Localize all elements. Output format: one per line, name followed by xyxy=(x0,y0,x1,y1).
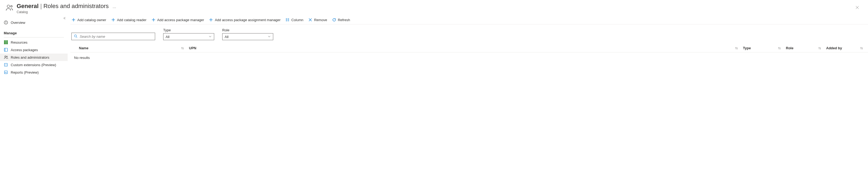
svg-rect-10 xyxy=(7,42,8,43)
svg-rect-7 xyxy=(7,40,8,41)
button-label: Add catalog reader xyxy=(117,18,147,22)
info-icon xyxy=(4,21,8,25)
refresh-button[interactable]: Refresh xyxy=(332,18,350,22)
button-label: Add access package manager xyxy=(157,18,204,22)
remove-button[interactable]: Remove xyxy=(308,18,327,22)
page-title-sub: Roles and administrators xyxy=(43,3,109,10)
sort-icon[interactable] xyxy=(735,47,738,50)
extension-icon xyxy=(4,63,8,67)
svg-point-20 xyxy=(74,35,76,37)
plus-icon xyxy=(71,18,76,22)
role-select[interactable]: All xyxy=(222,33,273,40)
people-small-icon xyxy=(4,55,8,60)
sort-icon[interactable] xyxy=(778,47,781,50)
search-icon xyxy=(74,34,78,39)
type-filter-label: Type xyxy=(163,28,214,32)
sort-icon[interactable] xyxy=(860,47,863,50)
role-filter-label: Role xyxy=(222,28,273,32)
sidebar-item-label: Custom extensions (Preview) xyxy=(11,63,56,67)
sidebar-item-overview[interactable]: Overview xyxy=(0,19,68,26)
collapse-sidebar-button[interactable] xyxy=(63,16,66,21)
sidebar-item-custom-extensions[interactable]: Custom extensions (Preview) xyxy=(0,61,68,69)
col-label: Type xyxy=(743,46,751,50)
svg-rect-5 xyxy=(4,40,5,41)
more-icon[interactable]: … xyxy=(113,5,117,9)
svg-point-1 xyxy=(11,5,12,7)
col-label: Role xyxy=(786,46,794,50)
plus-icon xyxy=(209,18,213,22)
package-icon xyxy=(4,48,8,52)
type-select-value: All xyxy=(165,35,169,39)
close-button[interactable] xyxy=(854,4,861,11)
sidebar-item-label: Reports (Preview) xyxy=(11,70,39,74)
sidebar-item-label: Overview xyxy=(11,21,25,25)
button-label: Add catalog owner xyxy=(77,18,106,22)
search-input-wrapper[interactable] xyxy=(71,33,155,40)
svg-point-4 xyxy=(6,22,6,22)
sort-icon[interactable] xyxy=(181,47,184,50)
role-select-value: All xyxy=(225,35,228,39)
col-role[interactable]: Role xyxy=(786,46,818,50)
button-label: Refresh xyxy=(338,18,350,22)
add-access-package-manager-button[interactable]: Add access package manager xyxy=(151,18,204,22)
chevron-down-icon xyxy=(209,35,212,39)
search-input[interactable] xyxy=(80,35,153,39)
report-icon xyxy=(4,70,8,74)
button-label: Remove xyxy=(314,18,327,22)
content-area: Add catalog owner Add catalog reader Add… xyxy=(68,16,868,76)
svg-rect-9 xyxy=(5,42,6,43)
type-filter: Type All xyxy=(163,28,214,40)
col-label: UPN xyxy=(189,46,196,50)
grid-icon xyxy=(4,40,8,44)
col-type[interactable]: Type xyxy=(743,46,778,50)
svg-rect-12 xyxy=(5,43,6,44)
sidebar-item-label: Roles and administrators xyxy=(11,55,50,60)
plus-icon xyxy=(151,18,156,22)
sidebar-item-reports[interactable]: Reports (Preview) xyxy=(0,69,68,76)
column-button[interactable]: Column xyxy=(285,18,303,22)
add-catalog-reader-button[interactable]: Add catalog reader xyxy=(111,18,147,22)
title-separator: | xyxy=(40,3,42,10)
breadcrumb: Catalog xyxy=(17,10,117,14)
sidebar: Overview Manage Resources Access package… xyxy=(0,16,68,76)
button-label: Add access package assignment manager xyxy=(215,18,280,22)
sidebar-item-resources[interactable]: Resources xyxy=(0,39,68,46)
type-select[interactable]: All xyxy=(163,33,214,40)
sidebar-section-manage: Manage xyxy=(0,26,68,36)
col-added-by[interactable]: Added by xyxy=(826,46,858,50)
sidebar-item-label: Access packages xyxy=(11,48,38,52)
svg-rect-14 xyxy=(4,48,7,51)
add-access-package-assignment-manager-button[interactable]: Add access package assignment manager xyxy=(209,18,280,22)
results-table: Name UPN Type Role Added by xyxy=(70,44,868,60)
sidebar-item-label: Resources xyxy=(11,40,27,44)
col-label: Added by xyxy=(826,46,842,50)
svg-point-15 xyxy=(5,56,6,57)
svg-rect-11 xyxy=(4,43,5,44)
chevron-down-icon xyxy=(268,35,271,39)
command-bar: Add catalog owner Add catalog reader Add… xyxy=(70,16,868,24)
plus-icon xyxy=(111,18,116,22)
sidebar-item-roles-admins[interactable]: Roles and administrators xyxy=(0,53,68,61)
sort-icon[interactable] xyxy=(818,47,821,50)
col-upn[interactable]: UPN xyxy=(189,46,296,50)
sidebar-item-access-packages[interactable]: Access packages xyxy=(0,46,68,53)
table-header: Name UPN Type Role Added by xyxy=(70,44,868,52)
filters-row: Type All Role All xyxy=(70,24,868,43)
header-text: General | Roles and administrators … Cat… xyxy=(17,3,117,14)
page-header: General | Roles and administrators … Cat… xyxy=(0,0,868,16)
columns-icon xyxy=(285,18,289,22)
page-title-main: General xyxy=(17,3,39,10)
svg-rect-6 xyxy=(5,40,6,41)
refresh-icon xyxy=(332,18,336,22)
col-label: Name xyxy=(79,46,88,50)
svg-rect-18 xyxy=(5,64,7,66)
people-icon xyxy=(5,4,13,12)
button-label: Column xyxy=(291,18,303,22)
col-name[interactable]: Name xyxy=(79,46,181,50)
divider xyxy=(4,37,64,38)
add-catalog-owner-button[interactable]: Add catalog owner xyxy=(71,18,106,22)
svg-point-16 xyxy=(6,56,7,57)
svg-point-0 xyxy=(7,5,10,7)
svg-rect-8 xyxy=(4,42,5,43)
no-results-text: No results xyxy=(70,52,868,60)
